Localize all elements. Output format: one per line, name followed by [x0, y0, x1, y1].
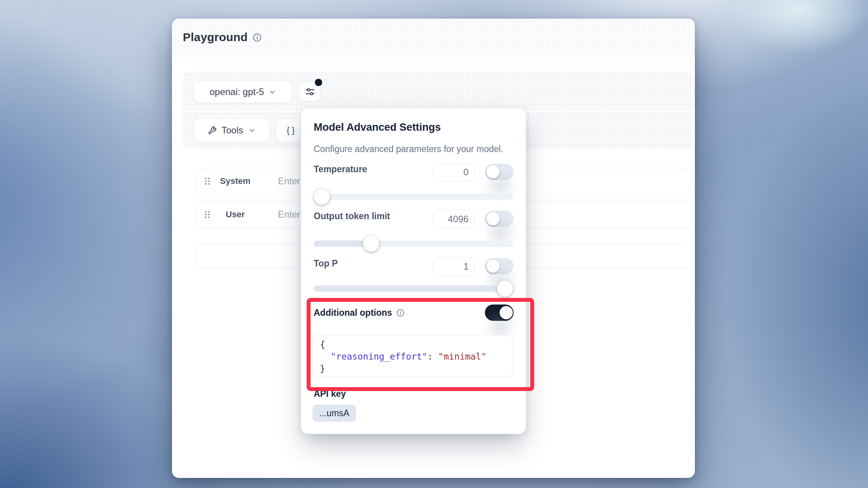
slider-thumb[interactable]: [363, 235, 379, 252]
temperature-input[interactable]: 0: [432, 163, 475, 181]
chevron-down-icon: [269, 88, 276, 96]
output-token-limit-input[interactable]: 4096: [432, 210, 475, 228]
message-role-label: User: [210, 209, 261, 220]
model-advanced-settings-button[interactable]: [299, 81, 321, 102]
top-p-slider[interactable]: [314, 286, 513, 292]
popover-title: Model Advanced Settings: [314, 121, 441, 133]
page-title: Playground: [183, 31, 248, 44]
slider-thumb[interactable]: [497, 280, 513, 297]
info-icon[interactable]: [253, 33, 262, 42]
top-p-toggle[interactable]: [485, 258, 514, 274]
tools-dropdown-button[interactable]: Tools: [193, 118, 270, 142]
drag-handle-icon[interactable]: [205, 211, 210, 218]
message-role-label: System: [210, 176, 261, 186]
chevron-down-icon: [248, 127, 255, 134]
message-input-placeholder[interactable]: Enter: [278, 209, 300, 220]
temperature-toggle[interactable]: [485, 164, 514, 180]
temperature-label: Temperature: [314, 164, 367, 175]
output-token-limit-slider[interactable]: [314, 241, 513, 247]
top-p-input[interactable]: 1: [432, 257, 475, 275]
page-header: Playground: [172, 19, 695, 56]
playground-window: Playground openai: gpt-5: [172, 19, 695, 478]
temperature-slider[interactable]: [314, 194, 513, 200]
annotation-highlight-rectangle: [307, 298, 534, 391]
api-key-badge[interactable]: ...umsA: [312, 405, 356, 422]
top-p-label: Top P: [314, 258, 338, 269]
desktop-background: Playground openai: gpt-5: [0, 0, 868, 488]
sliders-icon: [305, 87, 315, 97]
popover-subtitle: Configure advanced parameters for your m…: [314, 144, 503, 154]
tools-button-label: Tools: [221, 125, 243, 136]
wrench-icon: [208, 126, 217, 135]
drag-handle-icon[interactable]: [205, 178, 210, 185]
model-selector-dropdown[interactable]: openai: gpt-5: [193, 81, 292, 103]
message-input-placeholder[interactable]: Enter: [278, 176, 300, 187]
unsaved-indicator-dot: [315, 79, 322, 86]
slider-thumb[interactable]: [314, 189, 330, 205]
output-token-limit-label: Output token limit: [314, 211, 390, 222]
model-selector-label: openai: gpt-5: [210, 87, 264, 97]
braces-button-label: { }: [287, 125, 295, 135]
output-token-limit-toggle[interactable]: [485, 211, 514, 227]
